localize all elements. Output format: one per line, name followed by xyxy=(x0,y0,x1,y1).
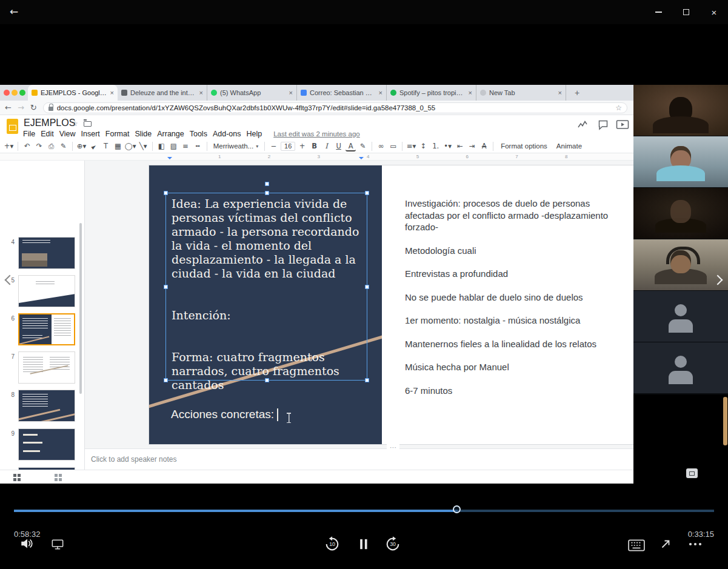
filmstrip-scrollbar[interactable] xyxy=(79,223,82,394)
toolbar-font-size[interactable]: 16 xyxy=(281,142,295,151)
expand-icon[interactable] xyxy=(658,537,673,554)
menu-view[interactable]: View xyxy=(59,130,76,138)
toolbar-border-weight[interactable]: ≡ xyxy=(181,141,191,152)
resize-handle[interactable] xyxy=(365,378,369,382)
filmstrip-view-icon[interactable] xyxy=(13,474,21,481)
minimize-button[interactable] xyxy=(644,0,672,24)
menu-file[interactable]: File xyxy=(23,130,35,138)
close-tab-icon[interactable]: × xyxy=(558,89,562,96)
resize-handle[interactable] xyxy=(265,191,269,195)
browser-tab-3[interactable]: (5) WhatsApp× xyxy=(207,85,297,101)
menu-insert[interactable]: Insert xyxy=(81,130,100,138)
slide-thumbnail-7[interactable] xyxy=(18,351,75,384)
menu-format[interactable]: Format xyxy=(105,130,130,138)
text-box-content[interactable]: Idea: La experiencia vivida de personas … xyxy=(172,197,364,392)
toolbar-align[interactable]: ≡▾ xyxy=(406,141,416,152)
macos-minimize-icon[interactable] xyxy=(12,90,18,96)
notes-resize-handle[interactable]: ⋯ xyxy=(387,444,399,451)
menu-add-ons[interactable]: Add-ons xyxy=(213,130,241,138)
toolbar-border-color[interactable]: ▨ xyxy=(169,141,179,152)
bookmark-star-icon[interactable]: ☆ xyxy=(615,104,622,112)
present-button[interactable] xyxy=(616,119,629,133)
close-button[interactable]: × xyxy=(700,0,728,24)
page-scrollbar-thumb[interactable] xyxy=(723,397,727,445)
resize-handle[interactable] xyxy=(365,191,369,195)
video-content-area[interactable]: EJEMPLOS - Google Slides×Deleuze and the… xyxy=(0,85,728,484)
seek-bar[interactable] xyxy=(14,510,714,512)
browser-tab-5[interactable]: Spotify – pitos tropicaribes× xyxy=(387,85,476,101)
menu-edit[interactable]: Edit xyxy=(41,130,54,138)
browser-back-icon[interactable]: ← xyxy=(5,103,12,112)
toolbar-insert-comment[interactable]: ▭ xyxy=(388,141,398,152)
toolbar-font-size-increase[interactable]: + xyxy=(297,141,307,152)
toolbar-fill-color[interactable]: ◧ xyxy=(156,141,167,152)
close-tab-icon[interactable]: × xyxy=(469,89,472,96)
slides-logo-icon[interactable] xyxy=(7,119,18,134)
slide-thumbnail-4[interactable] xyxy=(18,237,75,269)
toolbar-italic[interactable]: I xyxy=(321,141,332,152)
toolbar-print[interactable]: ⎙ xyxy=(46,141,56,152)
seek-handle[interactable] xyxy=(453,505,461,513)
menu-slide[interactable]: Slide xyxy=(135,130,152,138)
toolbar-font-family[interactable]: Merriweath...▾ xyxy=(211,142,261,150)
browser-reload-icon[interactable]: ↻ xyxy=(30,103,37,112)
resize-handle[interactable] xyxy=(265,378,269,382)
rewind-10-button[interactable]: 10 xyxy=(324,536,341,555)
slide-thumbnail-5[interactable] xyxy=(18,275,75,307)
volume-icon[interactable] xyxy=(19,536,35,554)
close-tab-icon[interactable]: × xyxy=(289,89,293,96)
more-options-icon[interactable] xyxy=(687,537,703,554)
last-edit-link[interactable]: Last edit was 2 minutes ago xyxy=(273,130,360,138)
slide-caption-line[interactable]: Acciones concretas: xyxy=(171,408,278,421)
toolbar-undo[interactable]: ↶ xyxy=(22,141,32,152)
toolbar-line-spacing[interactable]: ↕ xyxy=(418,141,429,152)
toolbar-indent-decrease[interactable]: ⇤ xyxy=(455,141,465,152)
resize-handle[interactable] xyxy=(164,378,168,382)
star-document-icon[interactable]: ☆ xyxy=(72,119,78,128)
rotate-handle[interactable] xyxy=(265,182,269,186)
video-overlay-button[interactable] xyxy=(686,468,698,478)
slide-thumbnail-6[interactable] xyxy=(18,313,75,345)
toolbar-insert-shape[interactable]: ◯▾ xyxy=(125,141,136,152)
macos-zoom-icon[interactable] xyxy=(19,90,25,96)
toolbar-font-size-decrease[interactable]: − xyxy=(269,141,279,152)
move-folder-icon[interactable] xyxy=(84,121,92,127)
grid-view-icon[interactable] xyxy=(55,474,62,481)
activity-icon[interactable] xyxy=(577,119,588,133)
toolbar-numbered-list[interactable]: 1. xyxy=(430,141,441,152)
toolbar-clear-formatting[interactable]: A xyxy=(479,141,489,152)
forward-30-button[interactable]: 30 xyxy=(384,536,401,555)
toolbar-underline[interactable]: U xyxy=(333,141,344,152)
macos-close-icon[interactable] xyxy=(4,90,10,96)
browser-tab-1[interactable]: EJEMPLOS - Google Slides× xyxy=(28,85,118,101)
document-title[interactable]: EJEMPLOS xyxy=(24,118,75,128)
slide-thumbnail-9[interactable] xyxy=(18,428,75,461)
back-button[interactable]: ← xyxy=(10,5,18,18)
toolbar-insert-image[interactable]: ▦ xyxy=(113,141,123,152)
menu-arrange[interactable]: Arrange xyxy=(157,130,184,138)
menu-help[interactable]: Help xyxy=(246,130,262,138)
slide-thumbnail-8[interactable] xyxy=(18,390,75,422)
toolbar-format-options[interactable]: Format options xyxy=(497,142,551,150)
toolbar-bulleted-list[interactable]: •▾ xyxy=(442,141,453,152)
maximize-button[interactable] xyxy=(672,0,700,24)
toolbar-insert-link[interactable]: ∞ xyxy=(376,141,386,152)
close-tab-icon[interactable]: × xyxy=(379,89,382,96)
browser-tab-4[interactable]: Correo: Sebastian de Jesus D× xyxy=(297,85,387,101)
keyboard-icon[interactable] xyxy=(628,539,645,554)
resize-handle[interactable] xyxy=(365,285,369,289)
speaker-notes-placeholder[interactable]: Click to add speaker notes xyxy=(91,455,176,464)
toolbar-highlight-color[interactable]: ✎ xyxy=(358,141,368,152)
toolbar-redo[interactable]: ↷ xyxy=(34,141,44,152)
browser-tab-2[interactable]: Deleuze and the internet× xyxy=(118,85,207,101)
address-bar[interactable]: docs.google.com/presentation/d/1xYZAW6QS… xyxy=(43,102,627,113)
caption-text[interactable]: Acciones concretas: xyxy=(171,408,274,421)
browser-forward-icon[interactable]: → xyxy=(18,103,24,112)
resize-handle[interactable] xyxy=(164,191,168,195)
toolbar-animate[interactable]: Animate xyxy=(553,142,586,150)
toolbar-zoom[interactable]: ⊕▾ xyxy=(76,141,87,152)
toolbar-text-box[interactable]: T xyxy=(101,141,111,152)
toolbar-select-tool[interactable]: ► xyxy=(86,138,101,153)
resize-handle[interactable] xyxy=(164,285,168,289)
close-tab-icon[interactable]: × xyxy=(199,89,203,96)
